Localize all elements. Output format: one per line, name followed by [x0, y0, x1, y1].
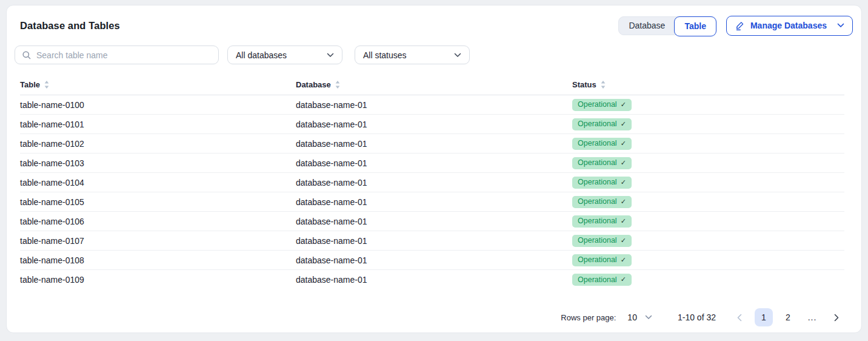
- check-icon: ✓: [621, 120, 626, 128]
- pagination-bar: Rows per page: 10 1-10 of 32 1 2 ...: [7, 308, 846, 326]
- page-button-2[interactable]: 2: [779, 308, 797, 326]
- status-badge: Operational ✓: [572, 215, 632, 228]
- status-badge-label: Operational: [578, 236, 617, 245]
- chevron-right-icon: [834, 314, 839, 322]
- table-row[interactable]: table-name-0107 database-name-01 Operati…: [20, 231, 844, 251]
- database-name-cell: database-name-01: [296, 178, 572, 187]
- status-badge-label: Operational: [578, 197, 617, 206]
- table-name-cell: table-name-0107: [20, 236, 296, 246]
- column-header-database[interactable]: Database: [296, 80, 572, 89]
- status-badge-label: Operational: [578, 178, 617, 187]
- table-row[interactable]: table-name-0102 database-name-01 Operati…: [20, 134, 844, 154]
- status-cell: Operational ✓: [572, 99, 844, 111]
- sort-icon: [601, 81, 606, 89]
- status-cell: Operational ✓: [572, 138, 844, 150]
- next-page-button[interactable]: [827, 308, 846, 326]
- database-name-cell: database-name-01: [296, 217, 572, 226]
- status-badge-label: Operational: [578, 100, 617, 109]
- search-input[interactable]: [36, 50, 212, 60]
- check-icon: ✓: [621, 159, 626, 167]
- check-icon: ✓: [621, 275, 626, 283]
- database-name-cell: database-name-01: [296, 197, 572, 207]
- column-header-table[interactable]: Table: [20, 80, 296, 89]
- manage-databases-label: Manage Databases: [750, 21, 827, 30]
- status-cell: Operational ✓: [572, 235, 844, 247]
- check-icon: ✓: [621, 178, 626, 186]
- chevron-left-icon: [737, 314, 742, 322]
- card-header: Database and Tables Database Table Manag…: [7, 5, 861, 35]
- sort-icon: [44, 81, 49, 89]
- view-toggle-database[interactable]: Database: [619, 17, 675, 35]
- table-row[interactable]: table-name-0103 database-name-01 Operati…: [20, 154, 844, 173]
- status-cell: Operational ✓: [572, 274, 844, 286]
- rows-per-page-value: 10: [627, 312, 637, 322]
- status-cell: Operational ✓: [572, 177, 844, 189]
- view-toggle: Database Table: [618, 16, 716, 35]
- table-name-cell: table-name-0108: [20, 255, 296, 265]
- column-header-table-label: Table: [20, 80, 40, 89]
- status-badge-label: Operational: [578, 275, 617, 285]
- manage-databases-button[interactable]: Manage Databases: [726, 16, 853, 36]
- edit-pencil-icon: [735, 21, 745, 31]
- status-cell: Operational ✓: [572, 196, 844, 208]
- status-badge: Operational ✓: [572, 196, 632, 208]
- status-badge: Operational ✓: [572, 99, 632, 111]
- status-filter-value: All statuses: [363, 50, 407, 60]
- table-row[interactable]: table-name-0104 database-name-01 Operati…: [20, 173, 844, 192]
- check-icon: ✓: [621, 140, 626, 147]
- database-name-cell: database-name-01: [296, 139, 572, 149]
- table-row[interactable]: table-name-0105 database-name-01 Operati…: [20, 192, 844, 212]
- status-badge: Operational ✓: [572, 274, 632, 286]
- status-badge: Operational ✓: [572, 157, 632, 169]
- page-ellipsis[interactable]: ...: [803, 308, 821, 326]
- status-badge-label: Operational: [578, 139, 617, 148]
- table-name-cell: table-name-0100: [20, 100, 296, 110]
- rows-per-page-select[interactable]: 10: [627, 312, 652, 322]
- header-actions: Database Table Manage Databases: [618, 16, 853, 36]
- table-header-row: Table Database Status: [20, 80, 844, 95]
- column-header-status[interactable]: Status: [572, 80, 844, 89]
- status-badge: Operational ✓: [572, 235, 632, 247]
- status-cell: Operational ✓: [572, 157, 844, 169]
- table-row[interactable]: table-name-0100 database-name-01 Operati…: [20, 95, 844, 115]
- table-row[interactable]: table-name-0101 database-name-01 Operati…: [20, 115, 844, 134]
- database-tables-card: Database and Tables Database Table Manag…: [6, 5, 862, 333]
- chevron-down-icon: [454, 53, 461, 58]
- table-name-cell: table-name-0105: [20, 197, 296, 207]
- check-icon: ✓: [621, 198, 626, 206]
- search-box[interactable]: [15, 46, 219, 64]
- page-button-1[interactable]: 1: [755, 308, 773, 326]
- previous-page-button[interactable]: [730, 308, 749, 326]
- database-name-cell: database-name-01: [296, 275, 572, 285]
- database-name-cell: database-name-01: [296, 120, 572, 129]
- table-row[interactable]: table-name-0109 database-name-01 Operati…: [20, 270, 844, 289]
- tables-table: Table Database Status table-name-0100 da…: [20, 80, 844, 289]
- column-header-database-label: Database: [296, 80, 331, 89]
- chevron-down-icon: [327, 53, 334, 58]
- check-icon: ✓: [621, 256, 626, 264]
- pagination-nav: 1 2 ...: [730, 308, 846, 326]
- database-filter-select[interactable]: All databases: [227, 46, 342, 64]
- status-cell: Operational ✓: [572, 118, 844, 130]
- rows-per-page-label: Rows per page:: [561, 313, 616, 322]
- status-badge-label: Operational: [578, 158, 617, 167]
- status-badge-label: Operational: [578, 255, 617, 265]
- table-name-cell: table-name-0103: [20, 158, 296, 168]
- view-toggle-table[interactable]: Table: [674, 16, 716, 36]
- status-badge: Operational ✓: [572, 138, 632, 150]
- chevron-down-icon: [837, 23, 844, 28]
- database-name-cell: database-name-01: [296, 100, 572, 110]
- pagination-range-text: 1-10 of 32: [678, 312, 716, 322]
- table-row[interactable]: table-name-0108 database-name-01 Operati…: [20, 251, 844, 270]
- status-badge: Operational ✓: [572, 177, 632, 189]
- table-row[interactable]: table-name-0106 database-name-01 Operati…: [20, 212, 844, 231]
- status-filter-select[interactable]: All statuses: [355, 46, 470, 64]
- table-name-cell: table-name-0104: [20, 178, 296, 187]
- filter-bar: All databases All statuses: [15, 46, 861, 64]
- check-icon: ✓: [621, 101, 626, 109]
- status-badge: Operational ✓: [572, 254, 632, 266]
- status-cell: Operational ✓: [572, 215, 844, 228]
- page-title: Database and Tables: [20, 20, 120, 32]
- sort-icon: [335, 81, 340, 89]
- check-icon: ✓: [621, 237, 626, 245]
